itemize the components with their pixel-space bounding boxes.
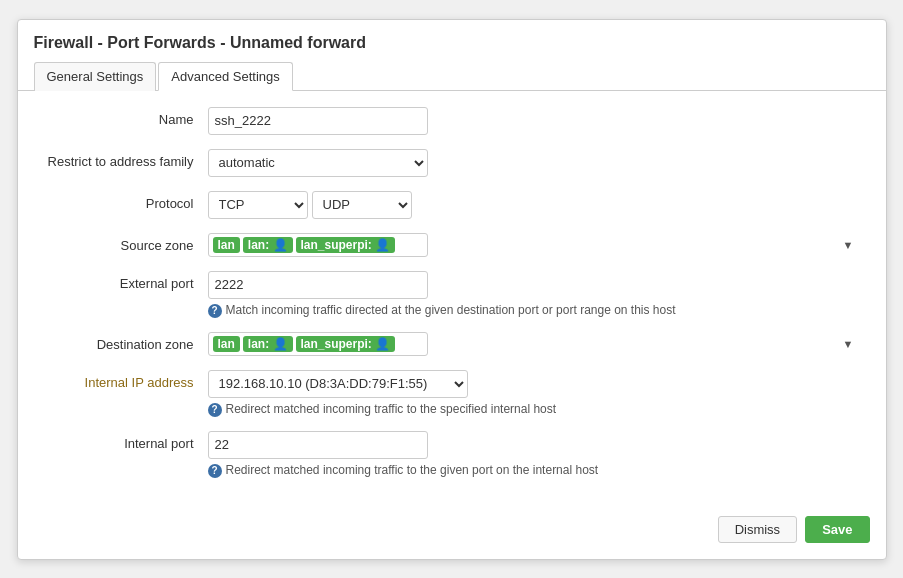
dest-zone-select-wrapper[interactable]: lan lan: 👤 lan_superpi: 👤	[208, 332, 428, 356]
external-port-label: External port	[48, 271, 208, 291]
source-zone-tag-lan: lan	[213, 237, 240, 253]
internal-ip-control: 192.168.10.10 (D8:3A:DD:79:F1:55) ? Redi…	[208, 370, 856, 417]
tab-advanced-settings[interactable]: Advanced Settings	[158, 62, 292, 91]
internal-ip-hint-icon: ?	[208, 403, 222, 417]
internal-port-input[interactable]	[208, 431, 428, 459]
external-port-hint: ? Match incoming traffic directed at the…	[208, 303, 688, 318]
source-zone-label: Source zone	[48, 233, 208, 253]
restrict-row: Restrict to address family automatic IPv…	[48, 149, 856, 177]
external-port-row: External port ? Match incoming traffic d…	[48, 271, 856, 318]
internal-ip-row: Internal IP address 192.168.10.10 (D8:3A…	[48, 370, 856, 417]
destination-zone-label: Destination zone	[48, 332, 208, 352]
external-port-input[interactable]	[208, 271, 428, 299]
restrict-select[interactable]: automatic IPv4 only IPv6 only	[208, 149, 428, 177]
dest-zone-tag-lan-superpi: lan_superpi: 👤	[296, 336, 396, 352]
internal-port-hint: ? Redirect matched incoming traffic to t…	[208, 463, 688, 478]
source-zone-tag-lan-icon: lan: 👤	[243, 237, 293, 253]
firewall-port-forward-dialog: Firewall - Port Forwards - Unnamed forwa…	[17, 19, 887, 560]
source-zone-control: lan lan: 👤 lan_superpi: 👤 ▼	[208, 233, 856, 257]
internal-ip-label: Internal IP address	[48, 370, 208, 390]
source-zone-dropdown-btn[interactable]: ▼	[841, 239, 856, 251]
dismiss-button[interactable]: Dismiss	[718, 516, 798, 543]
protocol-row: Protocol TCP UDP	[48, 191, 856, 219]
external-port-control: ? Match incoming traffic directed at the…	[208, 271, 856, 318]
protocol-control: TCP UDP	[208, 191, 856, 219]
internal-port-row: Internal port ? Redirect matched incomin…	[48, 431, 856, 478]
dest-zone-dropdown-btn[interactable]: ▼	[841, 338, 856, 350]
external-port-hint-icon: ?	[208, 304, 222, 318]
internal-port-label: Internal port	[48, 431, 208, 451]
dialog-footer: Dismiss Save	[18, 508, 886, 543]
source-zone-tag-lan-superpi: lan_superpi: 👤	[296, 237, 396, 253]
name-row: Name	[48, 107, 856, 135]
name-control	[208, 107, 856, 135]
protocol-group: TCP UDP	[208, 191, 856, 219]
name-input[interactable]	[208, 107, 428, 135]
restrict-control: automatic IPv4 only IPv6 only	[208, 149, 856, 177]
name-label: Name	[48, 107, 208, 127]
destination-zone-row: Destination zone lan lan: 👤 lan_superpi:…	[48, 332, 856, 356]
source-zone-row-inner: lan lan: 👤 lan_superpi: 👤 ▼	[208, 233, 856, 257]
restrict-label: Restrict to address family	[48, 149, 208, 169]
source-zone-select-wrapper[interactable]: lan lan: 👤 lan_superpi: 👤	[208, 233, 428, 257]
dest-zone-tag-lan-icon: lan: 👤	[243, 336, 293, 352]
internal-port-hint-icon: ?	[208, 464, 222, 478]
internal-ip-select[interactable]: 192.168.10.10 (D8:3A:DD:79:F1:55)	[208, 370, 468, 398]
save-button[interactable]: Save	[805, 516, 869, 543]
protocol-udp-select[interactable]: UDP	[312, 191, 412, 219]
internal-ip-hint: ? Redirect matched incoming traffic to t…	[208, 402, 688, 417]
dest-zone-row-inner: lan lan: 👤 lan_superpi: 👤 ▼	[208, 332, 856, 356]
protocol-tcp-select[interactable]: TCP	[208, 191, 308, 219]
internal-ip-hint-text: Redirect matched incoming traffic to the…	[226, 402, 557, 416]
dest-zone-tag-lan: lan	[213, 336, 240, 352]
protocol-label: Protocol	[48, 191, 208, 211]
form-body: Name Restrict to address family automati…	[18, 91, 886, 508]
tab-general-settings[interactable]: General Settings	[34, 62, 157, 91]
internal-port-control: ? Redirect matched incoming traffic to t…	[208, 431, 856, 478]
tab-bar: General Settings Advanced Settings	[18, 62, 886, 91]
external-port-hint-text: Match incoming traffic directed at the g…	[226, 303, 676, 317]
internal-port-hint-text: Redirect matched incoming traffic to the…	[226, 463, 599, 477]
destination-zone-control: lan lan: 👤 lan_superpi: 👤 ▼	[208, 332, 856, 356]
page-title: Firewall - Port Forwards - Unnamed forwa…	[18, 20, 886, 62]
source-zone-row: Source zone lan lan: 👤 lan_superpi: 👤 ▼	[48, 233, 856, 257]
